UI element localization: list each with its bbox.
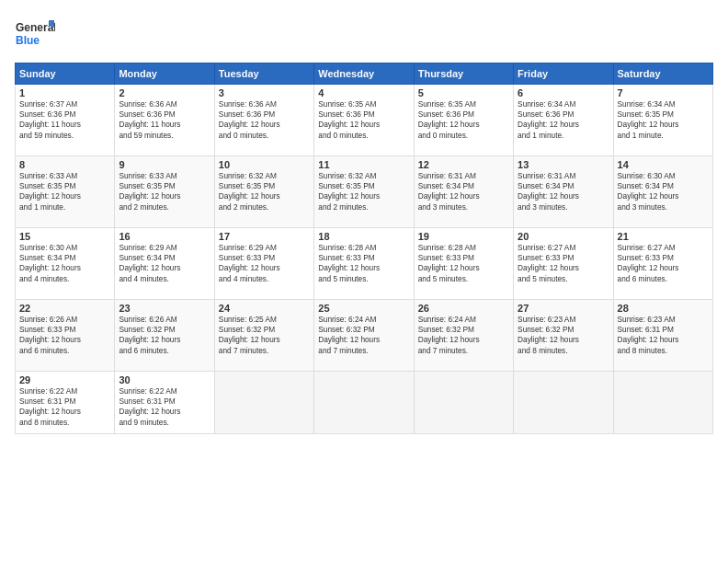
col-header-tuesday: Tuesday [214, 63, 313, 85]
svg-text:Blue: Blue [16, 34, 40, 47]
day-info: Sunrise: 6:33 AMSunset: 6:35 PMDaylight:… [19, 171, 110, 213]
day-cell-24: 24Sunrise: 6:25 AMSunset: 6:32 PMDayligh… [214, 300, 313, 372]
calendar-header-row: SundayMondayTuesdayWednesdayThursdayFrid… [16, 63, 713, 85]
day-cell-25: 25Sunrise: 6:24 AMSunset: 6:32 PMDayligh… [314, 300, 414, 372]
day-info: Sunrise: 6:27 AMSunset: 6:33 PMDaylight:… [518, 243, 609, 284]
day-info: Sunrise: 6:32 AMSunset: 6:35 PMDaylight:… [219, 171, 310, 213]
calendar-page: General Blue SundayMondayTuesdayWednesda… [0, 0, 728, 563]
day-number: 16 [119, 231, 210, 242]
day-info: Sunrise: 6:27 AMSunset: 6:33 PMDaylight:… [618, 243, 709, 284]
day-info: Sunrise: 6:31 AMSunset: 6:34 PMDaylight:… [418, 171, 509, 213]
day-number: 14 [618, 159, 709, 170]
day-cell-21: 21Sunrise: 6:27 AMSunset: 6:33 PMDayligh… [613, 228, 712, 300]
day-info: Sunrise: 6:32 AMSunset: 6:35 PMDaylight:… [318, 171, 409, 213]
day-cell-29: 29Sunrise: 6:22 AMSunset: 6:31 PMDayligh… [16, 372, 115, 434]
empty-cell [613, 372, 712, 434]
logo-icon: General Blue [15, 15, 55, 55]
day-number: 24 [219, 303, 310, 314]
day-info: Sunrise: 6:37 AMSunset: 6:36 PMDaylight:… [19, 99, 110, 141]
col-header-thursday: Thursday [414, 63, 513, 85]
header: General Blue [15, 15, 713, 55]
day-info: Sunrise: 6:26 AMSunset: 6:32 PMDaylight:… [119, 315, 210, 356]
day-cell-30: 30Sunrise: 6:22 AMSunset: 6:31 PMDayligh… [115, 372, 214, 434]
empty-cell [214, 372, 313, 434]
day-number: 8 [19, 159, 110, 170]
day-number: 9 [119, 159, 210, 170]
day-info: Sunrise: 6:33 AMSunset: 6:35 PMDaylight:… [119, 171, 210, 213]
day-cell-10: 10Sunrise: 6:32 AMSunset: 6:35 PMDayligh… [214, 156, 313, 228]
day-info: Sunrise: 6:26 AMSunset: 6:33 PMDaylight:… [19, 315, 110, 356]
day-info: Sunrise: 6:36 AMSunset: 6:36 PMDaylight:… [219, 99, 310, 141]
day-cell-15: 15Sunrise: 6:30 AMSunset: 6:34 PMDayligh… [16, 228, 115, 300]
day-number: 19 [418, 231, 509, 242]
day-number: 26 [418, 303, 509, 314]
calendar-table: SundayMondayTuesdayWednesdayThursdayFrid… [15, 63, 713, 434]
day-info: Sunrise: 6:34 AMSunset: 6:35 PMDaylight:… [618, 99, 709, 141]
day-number: 2 [119, 87, 210, 98]
day-number: 10 [219, 159, 310, 170]
day-cell-18: 18Sunrise: 6:28 AMSunset: 6:33 PMDayligh… [314, 228, 414, 300]
col-header-friday: Friday [514, 63, 613, 85]
day-number: 5 [418, 87, 509, 98]
day-info: Sunrise: 6:31 AMSunset: 6:34 PMDaylight:… [518, 171, 609, 213]
day-info: Sunrise: 6:35 AMSunset: 6:36 PMDaylight:… [318, 99, 409, 141]
day-number: 27 [518, 303, 609, 314]
day-info: Sunrise: 6:29 AMSunset: 6:33 PMDaylight:… [219, 243, 310, 284]
day-cell-8: 8Sunrise: 6:33 AMSunset: 6:35 PMDaylight… [16, 156, 115, 228]
day-number: 17 [219, 231, 310, 242]
day-info: Sunrise: 6:22 AMSunset: 6:31 PMDaylight:… [119, 386, 210, 428]
day-cell-4: 4Sunrise: 6:35 AMSunset: 6:36 PMDaylight… [314, 85, 414, 156]
day-info: Sunrise: 6:34 AMSunset: 6:36 PMDaylight:… [518, 99, 609, 141]
day-info: Sunrise: 6:23 AMSunset: 6:31 PMDaylight:… [618, 315, 709, 356]
day-cell-28: 28Sunrise: 6:23 AMSunset: 6:31 PMDayligh… [613, 300, 712, 372]
empty-cell [414, 372, 513, 434]
day-info: Sunrise: 6:24 AMSunset: 6:32 PMDaylight:… [418, 315, 509, 356]
day-cell-6: 6Sunrise: 6:34 AMSunset: 6:36 PMDaylight… [514, 85, 613, 156]
day-number: 3 [219, 87, 310, 98]
day-number: 30 [119, 374, 210, 385]
day-info: Sunrise: 6:28 AMSunset: 6:33 PMDaylight:… [318, 243, 409, 284]
day-cell-2: 2Sunrise: 6:36 AMSunset: 6:36 PMDaylight… [115, 85, 214, 156]
day-info: Sunrise: 6:23 AMSunset: 6:32 PMDaylight:… [518, 315, 609, 356]
day-number: 20 [518, 231, 609, 242]
day-cell-16: 16Sunrise: 6:29 AMSunset: 6:34 PMDayligh… [115, 228, 214, 300]
day-cell-17: 17Sunrise: 6:29 AMSunset: 6:33 PMDayligh… [214, 228, 313, 300]
day-number: 21 [618, 231, 709, 242]
logo: General Blue [15, 15, 55, 55]
day-cell-3: 3Sunrise: 6:36 AMSunset: 6:36 PMDaylight… [214, 85, 313, 156]
day-cell-23: 23Sunrise: 6:26 AMSunset: 6:32 PMDayligh… [115, 300, 214, 372]
day-number: 18 [318, 231, 409, 242]
day-cell-5: 5Sunrise: 6:35 AMSunset: 6:36 PMDaylight… [414, 85, 513, 156]
col-header-saturday: Saturday [613, 63, 712, 85]
day-info: Sunrise: 6:36 AMSunset: 6:36 PMDaylight:… [119, 99, 210, 141]
day-cell-1: 1Sunrise: 6:37 AMSunset: 6:36 PMDaylight… [16, 85, 115, 156]
day-number: 25 [318, 303, 409, 314]
day-cell-20: 20Sunrise: 6:27 AMSunset: 6:33 PMDayligh… [514, 228, 613, 300]
day-number: 28 [618, 303, 709, 314]
day-number: 12 [418, 159, 509, 170]
day-cell-19: 19Sunrise: 6:28 AMSunset: 6:33 PMDayligh… [414, 228, 513, 300]
day-cell-14: 14Sunrise: 6:30 AMSunset: 6:34 PMDayligh… [613, 156, 712, 228]
day-number: 6 [518, 87, 609, 98]
day-info: Sunrise: 6:30 AMSunset: 6:34 PMDaylight:… [618, 171, 709, 213]
empty-cell [514, 372, 613, 434]
empty-cell [314, 372, 414, 434]
week-row-3: 15Sunrise: 6:30 AMSunset: 6:34 PMDayligh… [16, 228, 713, 300]
day-cell-26: 26Sunrise: 6:24 AMSunset: 6:32 PMDayligh… [414, 300, 513, 372]
week-row-2: 8Sunrise: 6:33 AMSunset: 6:35 PMDaylight… [16, 156, 713, 228]
day-info: Sunrise: 6:29 AMSunset: 6:34 PMDaylight:… [119, 243, 210, 284]
day-number: 4 [318, 87, 409, 98]
day-cell-12: 12Sunrise: 6:31 AMSunset: 6:34 PMDayligh… [414, 156, 513, 228]
day-info: Sunrise: 6:25 AMSunset: 6:32 PMDaylight:… [219, 315, 310, 356]
day-info: Sunrise: 6:22 AMSunset: 6:31 PMDaylight:… [19, 386, 110, 428]
day-number: 13 [518, 159, 609, 170]
week-row-4: 22Sunrise: 6:26 AMSunset: 6:33 PMDayligh… [16, 300, 713, 372]
day-cell-22: 22Sunrise: 6:26 AMSunset: 6:33 PMDayligh… [16, 300, 115, 372]
col-header-sunday: Sunday [16, 63, 115, 85]
col-header-wednesday: Wednesday [314, 63, 414, 85]
day-number: 15 [19, 231, 110, 242]
week-row-5: 29Sunrise: 6:22 AMSunset: 6:31 PMDayligh… [16, 372, 713, 434]
day-info: Sunrise: 6:35 AMSunset: 6:36 PMDaylight:… [418, 99, 509, 141]
calendar-body: 1Sunrise: 6:37 AMSunset: 6:36 PMDaylight… [16, 85, 713, 434]
day-cell-13: 13Sunrise: 6:31 AMSunset: 6:34 PMDayligh… [514, 156, 613, 228]
